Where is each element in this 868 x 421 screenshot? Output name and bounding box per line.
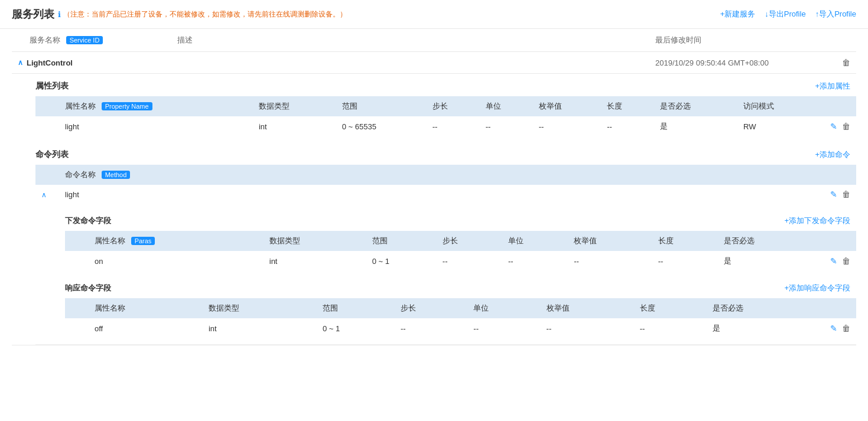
df-th-step: 步长 bbox=[437, 231, 502, 251]
property-row: light int 0 ~ 65535 -- -- -- -- 是 RW ✎ 🗑 bbox=[35, 116, 856, 136]
df-range-cell: 0 ~ 1 bbox=[366, 251, 437, 271]
service-action-cell: 🗑 bbox=[821, 58, 856, 67]
header-col-name: 服务名称 Service ID bbox=[12, 35, 177, 45]
prop-edit-icon[interactable]: ✎ bbox=[830, 122, 837, 131]
service-row: ∧ LightControl 2019/10/29 09:50:44 GMT+0… bbox=[12, 52, 856, 345]
properties-table-header-row: 属性名称 Property Name 数据类型 范围 步长 单位 枚举值 长度 … bbox=[35, 96, 856, 116]
commands-table: 命令名称 Method ∧ light bbox=[35, 165, 856, 204]
resp-field-row: off int 0 ~ 1 -- -- -- -- 是 ✎ 🗑 bbox=[65, 318, 856, 338]
resp-fields-title: 响应命令字段 bbox=[65, 283, 111, 293]
command-row-header[interactable]: ∧ light ✎ 🗑 bbox=[35, 185, 856, 204]
prop-type-cell: int bbox=[253, 116, 336, 136]
df-th-enum: 枚举值 bbox=[568, 231, 652, 251]
cmd-chevron-up-icon: ∧ bbox=[41, 191, 47, 199]
df-name-cell: on bbox=[89, 251, 264, 271]
rf-th-enum: 枚举值 bbox=[541, 298, 634, 318]
rf-type-cell: int bbox=[203, 318, 317, 338]
th-empty bbox=[35, 96, 59, 116]
rf-th-range: 范围 bbox=[317, 298, 395, 318]
df-th-name: 属性名称 Paras bbox=[89, 231, 264, 251]
th-step: 步长 bbox=[427, 96, 480, 116]
df-action-cell: ✎ 🗑 bbox=[821, 251, 856, 271]
cmd-chevron-cell: ∧ bbox=[35, 185, 59, 204]
df-th-length: 长度 bbox=[652, 231, 718, 251]
add-down-field-button[interactable]: +添加下发命令字段 bbox=[784, 216, 850, 226]
cmd-edit-icon[interactable]: ✎ bbox=[830, 190, 837, 199]
rf-step-cell: -- bbox=[395, 318, 467, 338]
page-title: 服务列表 bbox=[12, 7, 54, 21]
rf-name-cell: off bbox=[89, 318, 203, 338]
paras-badge: Paras bbox=[131, 237, 155, 245]
new-service-button[interactable]: +新建服务 bbox=[720, 9, 756, 19]
prop-access-cell: RW bbox=[737, 116, 821, 136]
prop-action-buttons: ✎ 🗑 bbox=[827, 122, 850, 131]
th-length: 长度 bbox=[601, 96, 654, 116]
cmd-name-cell: light bbox=[59, 185, 809, 204]
th-unit: 单位 bbox=[480, 96, 533, 116]
cmd-delete-icon[interactable]: 🗑 bbox=[842, 190, 850, 199]
th-prop-name: 属性名称 Property Name bbox=[59, 96, 253, 116]
rf-th-empty bbox=[65, 298, 89, 318]
service-delete-icon[interactable]: 🗑 bbox=[842, 58, 850, 67]
df-th-empty bbox=[65, 231, 89, 251]
rf-range-cell: 0 ~ 1 bbox=[317, 318, 395, 338]
down-field-row: on int 0 ~ 1 -- -- -- -- 是 ✎ 🗑 bbox=[65, 251, 856, 271]
th-data-type: 数据类型 bbox=[253, 96, 336, 116]
export-profile-button[interactable]: ↓导出Profile bbox=[765, 9, 805, 19]
rf-action-buttons: ✎ 🗑 bbox=[827, 324, 850, 333]
add-resp-field-button[interactable]: +添加响应命令字段 bbox=[784, 283, 850, 293]
service-name: LightControl bbox=[27, 58, 73, 67]
header-col-time: 最后修改时间 bbox=[655, 35, 821, 45]
property-name-badge: Property Name bbox=[102, 102, 152, 110]
df-th-range: 范围 bbox=[366, 231, 437, 251]
df-th-required: 是否必选 bbox=[718, 231, 821, 251]
down-fields-table: 属性名称 Paras 数据类型 范围 步长 单位 枚举值 长度 是否必选 bbox=[65, 231, 856, 271]
rf-th-type: 数据类型 bbox=[203, 298, 317, 318]
properties-section-header: 属性列表 +添加属性 bbox=[35, 74, 856, 96]
page-header: 服务列表 ℹ （注意：当前产品已注册了设备，不能被修改，如需修改，请先前往在线调… bbox=[0, 0, 868, 29]
df-type-cell: int bbox=[264, 251, 366, 271]
commands-table-header-row: 命令名称 Method bbox=[35, 165, 856, 185]
import-profile-button[interactable]: ↑导入Profile bbox=[815, 9, 856, 19]
prop-length-cell: -- bbox=[601, 116, 654, 136]
df-delete-icon[interactable]: 🗑 bbox=[842, 256, 850, 266]
rf-th-step: 步长 bbox=[395, 298, 467, 318]
df-unit-cell: -- bbox=[502, 251, 568, 271]
rf-enum-cell: -- bbox=[541, 318, 634, 338]
resp-fields-header-row: 属性名称 数据类型 范围 步长 单位 枚举值 长度 是否必选 bbox=[65, 298, 856, 318]
commands-title: 命令列表 bbox=[35, 149, 69, 160]
df-edit-icon[interactable]: ✎ bbox=[830, 256, 837, 266]
cmd-th-empty bbox=[35, 165, 59, 185]
prop-enum-cell: -- bbox=[533, 116, 601, 136]
rf-delete-icon[interactable]: 🗑 bbox=[842, 324, 850, 333]
df-length-cell: -- bbox=[652, 251, 718, 271]
prop-required-cell: 是 bbox=[654, 116, 737, 136]
chevron-up-icon: ∧ bbox=[18, 58, 23, 67]
df-th-unit: 单位 bbox=[502, 231, 568, 251]
cmd-action-cell: ✎ 🗑 bbox=[809, 185, 856, 204]
service-name-cell: ∧ LightControl bbox=[12, 58, 177, 67]
add-command-button[interactable]: +添加命令 bbox=[815, 149, 850, 160]
resp-fields-header: 响应命令字段 +添加响应命令字段 bbox=[65, 277, 856, 298]
cmd-th-name: 命令名称 Method bbox=[59, 165, 809, 185]
df-th-actions bbox=[821, 231, 856, 251]
rf-th-required: 是否必选 bbox=[707, 298, 821, 318]
add-property-button[interactable]: +添加属性 bbox=[815, 81, 850, 92]
rf-edit-icon[interactable]: ✎ bbox=[830, 324, 837, 333]
down-fields-header: 下发命令字段 +添加下发命令字段 bbox=[65, 210, 856, 231]
service-row-header[interactable]: ∧ LightControl 2019/10/29 09:50:44 GMT+0… bbox=[12, 52, 856, 73]
prop-action-cell: ✎ 🗑 bbox=[821, 116, 856, 136]
resp-fields-table: 属性名称 数据类型 范围 步长 单位 枚举值 长度 是否必选 bbox=[65, 298, 856, 338]
rf-action-cell: ✎ 🗑 bbox=[821, 318, 856, 338]
prop-row-empty bbox=[35, 116, 59, 136]
prop-delete-icon[interactable]: 🗑 bbox=[842, 122, 850, 131]
main-content: 服务名称 Service ID 描述 最后修改时间 ∧ LightControl… bbox=[0, 29, 868, 345]
th-access: 访问模式 bbox=[737, 96, 821, 116]
prop-name-cell: light bbox=[59, 116, 253, 136]
service-time-cell: 2019/10/29 09:50:44 GMT+08:00 bbox=[655, 58, 821, 67]
rf-th-length: 长度 bbox=[634, 298, 707, 318]
service-inner: 属性列表 +添加属性 属性名称 Property Name 数据类型 范围 步长… bbox=[12, 73, 856, 345]
down-fields-header-row: 属性名称 Paras 数据类型 范围 步长 单位 枚举值 长度 是否必选 bbox=[65, 231, 856, 251]
command-inner: 下发命令字段 +添加下发命令字段 属性名称 Paras 数据类型 范围 bbox=[35, 210, 856, 345]
rf-empty bbox=[65, 318, 89, 338]
